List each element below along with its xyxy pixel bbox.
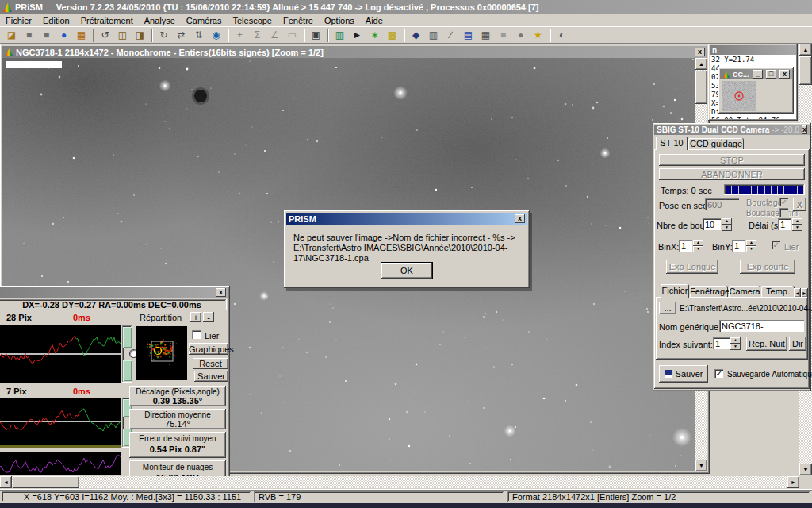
- save-icon[interactable]: ◆: [408, 28, 424, 43]
- bouclage-checkbox[interactable]: ✓: [779, 198, 789, 207]
- scroll-down-icon[interactable]: ▼: [695, 460, 707, 471]
- transfer-icon[interactable]: ▥: [331, 28, 348, 43]
- menu-fichier[interactable]: Fichier: [0, 15, 37, 26]
- browse-button[interactable]: ...: [659, 302, 676, 314]
- sphere-icon[interactable]: ●: [512, 28, 529, 43]
- sbig-window: SBIG ST-10 Dual CCD Camera -> -20.0 x ST…: [653, 123, 811, 391]
- mdi-hscrollbar[interactable]: ◄ ►: [0, 476, 799, 488]
- ok-button[interactable]: OK: [381, 263, 432, 279]
- comet-icon[interactable]: ∗: [366, 28, 383, 43]
- tab-ccd-guidage[interactable]: CCD guidage: [688, 138, 744, 150]
- plain-icon[interactable]: ■: [495, 28, 511, 43]
- menu-edition[interactable]: Edition: [37, 15, 75, 26]
- cc-maximize-icon[interactable]: □: [766, 70, 776, 79]
- pose-input[interactable]: [705, 198, 740, 211]
- info-icon[interactable]: ●: [56, 28, 72, 43]
- cc-close-icon[interactable]: x: [779, 70, 790, 79]
- reset-button[interactable]: Reset: [193, 358, 228, 369]
- menu-options[interactable]: Options: [319, 15, 360, 26]
- graph2-baseline: [0, 445, 121, 448]
- undo-icon[interactable]: ↺: [97, 28, 113, 43]
- mirror-v-icon[interactable]: ⇅: [190, 28, 207, 43]
- cancel-x-button[interactable]: X: [793, 198, 806, 211]
- graphiques-button[interactable]: Graphiques: [189, 343, 228, 355]
- calendar-icon[interactable]: ▦: [73, 28, 90, 43]
- scroll-track[interactable]: [12, 476, 787, 488]
- flag-icon[interactable]: ►: [349, 28, 366, 43]
- rotate-icon[interactable]: ↻: [155, 28, 172, 43]
- menu-analyse[interactable]: Analyse: [139, 15, 181, 26]
- block-icon[interactable]: ■: [21, 28, 37, 43]
- delai-input[interactable]: [778, 218, 792, 231]
- stack-icon[interactable]: ▤: [460, 28, 477, 43]
- biny-stepper[interactable]: ▲▼: [746, 240, 756, 252]
- menu-prétraitement[interactable]: Prétraitement: [75, 15, 139, 26]
- binx-input[interactable]: [679, 240, 693, 252]
- scroll-left-icon[interactable]: ◄: [0, 476, 12, 488]
- menu-caméras[interactable]: Caméras: [181, 15, 228, 26]
- copy-icon[interactable]: ◫: [114, 28, 131, 43]
- crosshair-icon[interactable]: +: [232, 28, 248, 43]
- scroll-down-icon[interactable]: ▼: [799, 464, 812, 475]
- scroll-up-icon[interactable]: ▲: [695, 58, 707, 70]
- lier-bin-checkbox[interactable]: ✓: [772, 241, 781, 250]
- menu-aide[interactable]: Aide: [360, 15, 389, 26]
- nbre-boucles-stepper[interactable]: ▲▼: [722, 218, 732, 231]
- display-icon[interactable]: ▣: [308, 28, 324, 43]
- region-icon[interactable]: ▭: [284, 28, 301, 43]
- binx-stepper[interactable]: ▲▼: [693, 240, 703, 252]
- bouclage-infini-checkbox[interactable]: [779, 208, 789, 217]
- rep-nuit-button[interactable]: Rep. Nuit: [746, 337, 787, 351]
- exp-longue-button[interactable]: Exp Longue: [666, 260, 718, 274]
- nom-generique-input[interactable]: [719, 320, 805, 333]
- tab-fenetrage[interactable]: Fenêtrage: [690, 286, 728, 298]
- sauver-button[interactable]: Sauver: [659, 365, 708, 383]
- slider1-upper-handle[interactable]: [123, 327, 132, 348]
- grid-icon[interactable]: ▦: [477, 28, 494, 43]
- pen-icon[interactable]: ∕: [442, 28, 459, 43]
- zoom-globe-icon[interactable]: ◉: [208, 28, 224, 43]
- star-icon[interactable]: ★: [530, 28, 546, 43]
- lier-checkbox[interactable]: [192, 330, 201, 340]
- scroll-up-icon[interactable]: ▲: [799, 44, 812, 56]
- abandonner-button[interactable]: ABANDONNER: [659, 168, 805, 180]
- cc-minimize-icon[interactable]: _: [753, 70, 763, 79]
- sauvegarde-auto-checkbox[interactable]: ✓: [714, 369, 724, 379]
- block2-icon[interactable]: ■: [38, 28, 55, 43]
- exp-courte-button[interactable]: Exp courte: [740, 260, 795, 274]
- dir-button[interactable]: Dir: [789, 337, 806, 351]
- tab-st10[interactable]: ST-10: [656, 137, 688, 150]
- cc-window-title: CC...: [733, 71, 749, 79]
- biny-input[interactable]: [732, 240, 746, 252]
- tab-fichier[interactable]: Fichier: [661, 284, 689, 298]
- nbre-boucles-input[interactable]: [703, 218, 722, 231]
- scroll-thumb[interactable]: [799, 56, 812, 85]
- ccd-icon[interactable]: ▩: [384, 28, 400, 43]
- sum-icon[interactable]: Σ: [249, 28, 266, 43]
- tab-camera[interactable]: Camera: [729, 286, 760, 298]
- dialog-close-icon[interactable]: x: [515, 214, 525, 223]
- image-window-close-icon[interactable]: x: [695, 48, 705, 56]
- scroll-right-icon[interactable]: ►: [787, 476, 799, 488]
- menu-telescope[interactable]: Telescope: [227, 15, 278, 26]
- sbig-close-icon[interactable]: x: [802, 125, 807, 134]
- index-stepper[interactable]: ▲▼: [730, 337, 741, 350]
- zoom-minus-button[interactable]: -: [203, 312, 214, 322]
- profile-icon[interactable]: ∠: [266, 28, 283, 43]
- paste-icon[interactable]: ◨: [132, 28, 148, 43]
- delai-stepper[interactable]: ▲▼: [792, 218, 802, 231]
- scroll-thumb[interactable]: [13, 476, 79, 488]
- sauver-graph-button[interactable]: Sauver: [194, 371, 228, 382]
- menu-fenêtre[interactable]: Fenêtre: [278, 15, 319, 26]
- scroll-thumb[interactable]: [695, 71, 707, 104]
- table-icon[interactable]: ▥: [425, 28, 442, 43]
- load-image-icon[interactable]: ◪: [3, 28, 20, 43]
- slider1-lower-handle[interactable]: [123, 360, 132, 381]
- mirror-h-icon[interactable]: ⇄: [173, 28, 190, 43]
- index-suivant-input[interactable]: [713, 337, 730, 350]
- stop-button[interactable]: STOP: [659, 154, 805, 166]
- tab-temp-ccd[interactable]: Temp. CC: [761, 286, 795, 298]
- zoom-plus-button[interactable]: +: [190, 312, 201, 322]
- globe2-icon[interactable]: ◐: [553, 28, 570, 43]
- guider-close-icon[interactable]: x: [216, 288, 226, 297]
